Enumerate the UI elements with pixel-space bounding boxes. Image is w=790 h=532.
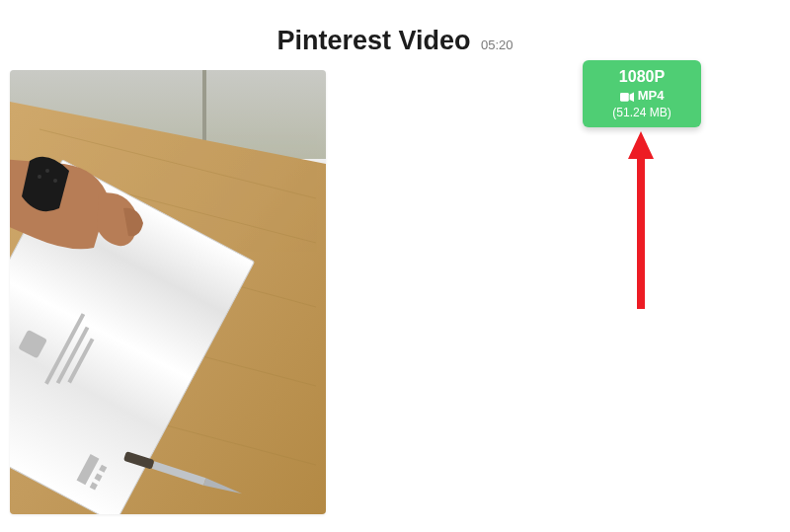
- svg-rect-23: [620, 92, 629, 101]
- video-duration: 05:20: [481, 38, 514, 52]
- download-button[interactable]: 1080P MP4 (51.24 MB): [583, 60, 701, 127]
- svg-point-18: [45, 169, 49, 173]
- video-thumbnail[interactable]: iPad Pro: [10, 70, 326, 514]
- page-title: Pinterest Video: [276, 26, 470, 56]
- resolution-label: 1080P: [619, 67, 665, 87]
- svg-point-17: [38, 175, 41, 179]
- size-label: (51.24 MB): [612, 106, 671, 120]
- svg-marker-25: [628, 131, 654, 309]
- content-area: iPad Pro: [0, 64, 790, 529]
- svg-point-19: [53, 179, 57, 183]
- video-camera-icon: [620, 92, 634, 102]
- page-header: Pinterest Video 05:20: [0, 0, 790, 64]
- annotation-arrow: [628, 131, 654, 309]
- svg-marker-24: [629, 92, 633, 102]
- format-row: MP4: [620, 88, 665, 104]
- format-label: MP4: [638, 88, 665, 104]
